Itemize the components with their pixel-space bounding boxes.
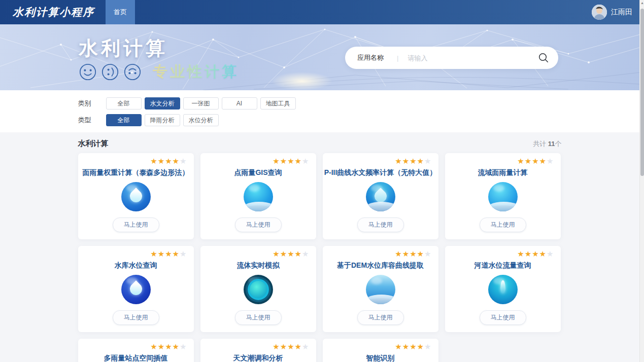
filter-option-button[interactable]: 全部: [106, 114, 142, 126]
username: 江雨田: [611, 8, 632, 17]
star-rating: ★★★★★: [200, 339, 316, 351]
use-now-button[interactable]: 马上使用: [235, 218, 282, 232]
peak-waves-icon: [366, 182, 395, 211]
filter-option-button[interactable]: 降雨分析: [145, 114, 180, 126]
smiley-upside-down-icon: [123, 63, 142, 81]
star-icon: ★: [417, 249, 424, 258]
star-icon: ★: [532, 249, 539, 258]
star-icon: ★: [402, 342, 410, 351]
star-icon: ★: [517, 157, 524, 165]
rings-icon: [244, 275, 273, 304]
star-icon: ★: [180, 157, 187, 165]
filter-options: 全部水文分析一张图AI地图工具: [106, 97, 296, 110]
filter-label: 类型: [78, 116, 106, 125]
star-icon: ★: [410, 157, 417, 165]
use-now-button[interactable]: 马上使用: [235, 310, 282, 325]
app-title: 天文潮调和分析: [200, 354, 316, 362]
hero-title: 水利计算: [79, 35, 168, 61]
star-icon: ★: [180, 342, 187, 351]
star-rating: ★★★★★: [323, 246, 438, 258]
scrollbar-thumb[interactable]: [640, 9, 644, 176]
vertical-scrollbar[interactable]: ▲: [639, 0, 644, 362]
scroll-up-icon[interactable]: ▲: [640, 1, 644, 5]
app-card: ★★★★★流体实时模拟马上使用: [200, 246, 316, 332]
main-content: 水利计算 共计 11个 ★★★★★面雨量权重计算（泰森多边形法）马上使用★★★★…: [0, 132, 639, 362]
splash-icon: [488, 275, 518, 304]
use-now-button[interactable]: 马上使用: [113, 310, 159, 325]
star-icon: ★: [295, 342, 302, 351]
star-rating: ★★★★★: [200, 153, 316, 165]
app-title: 流体实时模拟: [200, 261, 316, 270]
filter-panel: 类别全部水文分析一张图AI地图工具类型全部降雨分析水位分析: [0, 90, 639, 132]
use-now-button[interactable]: 马上使用: [357, 218, 404, 232]
search-icon[interactable]: [538, 52, 549, 63]
app-card: ★★★★★流域面雨量计算马上使用: [445, 153, 561, 239]
star-icon: ★: [273, 157, 280, 165]
app-card: ★★★★★P-III曲线水文频率计算（无特大值）马上使用: [323, 153, 438, 239]
avatar[interactable]: [592, 5, 607, 20]
star-rating: ★★★★★: [78, 153, 194, 165]
use-now-button[interactable]: 马上使用: [480, 218, 526, 232]
star-icon: ★: [295, 157, 302, 165]
wave-sphere-icon: [488, 182, 518, 211]
star-icon: ★: [158, 157, 165, 165]
app-card: ★★★★★点雨量GIS查询马上使用: [200, 153, 316, 239]
tab-home[interactable]: 首页: [106, 0, 135, 24]
filter-options: 全部降雨分析水位分析: [106, 114, 219, 126]
app-card: ★★★★★多雨量站点空间插值马上使用: [78, 339, 194, 362]
star-icon: ★: [287, 249, 294, 258]
page: 水利计算小程序 首页 江雨田: [0, 0, 639, 362]
star-icon: ★: [395, 342, 402, 351]
star-rating: ★★★★★: [323, 339, 438, 351]
user-photo-icon: [592, 5, 607, 20]
search-bar: 应用名称 |: [345, 47, 558, 69]
filter-row: 类别全部水文分析一张图AI地图工具: [78, 97, 562, 110]
star-icon: ★: [395, 249, 402, 258]
app-logo: 水利计算小程序: [13, 5, 94, 19]
filter-option-button[interactable]: AI: [222, 97, 257, 110]
use-now-button[interactable]: 马上使用: [113, 218, 159, 232]
star-icon: ★: [410, 249, 417, 258]
drop-swirl-icon: [121, 182, 151, 211]
star-icon: ★: [424, 342, 431, 351]
use-now-button[interactable]: 马上使用: [357, 310, 404, 325]
user-area[interactable]: 江雨田: [592, 5, 632, 20]
star-icon: ★: [150, 249, 157, 258]
star-icon: ★: [287, 157, 294, 165]
smiley-icon: [79, 63, 97, 81]
star-icon: ★: [517, 249, 524, 258]
star-icon: ★: [173, 342, 180, 351]
star-icon: ★: [295, 249, 302, 258]
star-icon: ★: [150, 342, 157, 351]
app-title: 流域面雨量计算: [445, 168, 561, 177]
hero-subtitle: 专业性计算: [153, 62, 239, 82]
app-card: ★★★★★河道水位流量查询马上使用: [445, 246, 561, 332]
wave-shape: [488, 202, 518, 211]
star-icon: ★: [273, 342, 280, 351]
search-divider: |: [397, 54, 398, 62]
filter-option-button[interactable]: 水位分析: [183, 114, 219, 126]
app-title: P-III曲线水文频率计算（无特大值）: [323, 168, 438, 177]
water-drop-shape: [127, 188, 145, 205]
star-rating: ★★★★★: [78, 246, 194, 258]
star-icon: ★: [280, 157, 287, 165]
ocean-icon: [366, 275, 395, 304]
use-now-button[interactable]: 马上使用: [480, 310, 526, 325]
star-rating: ★★★★★: [445, 153, 561, 165]
star-icon: ★: [525, 249, 532, 258]
filter-option-button[interactable]: 全部: [106, 97, 142, 110]
filter-option-button[interactable]: 水文分析: [145, 97, 180, 110]
star-icon: ★: [547, 249, 554, 258]
filter-option-button[interactable]: 一张图: [183, 97, 219, 110]
app-card: ★★★★★面雨量权重计算（泰森多边形法）马上使用: [78, 153, 194, 239]
star-icon: ★: [173, 157, 180, 165]
navbar: 水利计算小程序 首页 江雨田: [0, 0, 639, 24]
star-icon: ★: [180, 249, 187, 258]
star-icon: ★: [158, 249, 165, 258]
app-card: ★★★★★水库水位查询马上使用: [78, 246, 194, 332]
filter-option-button[interactable]: 地图工具: [260, 97, 296, 110]
star-icon: ★: [547, 157, 554, 165]
tab-home-label: 首页: [114, 8, 127, 17]
star-icon: ★: [539, 157, 547, 165]
search-input[interactable]: [408, 54, 538, 62]
